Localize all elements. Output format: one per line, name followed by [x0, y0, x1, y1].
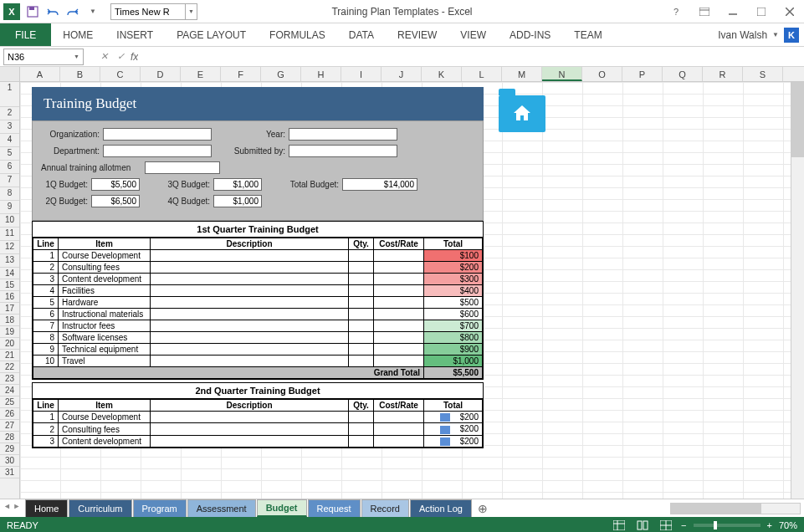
fx-icon[interactable]: fx: [131, 51, 138, 63]
table-row[interactable]: 2Consulting fees$200: [33, 262, 483, 274]
row-header-28[interactable]: 28: [0, 432, 19, 443]
row-header-11[interactable]: 11: [0, 228, 19, 241]
horizontal-scrollbar[interactable]: [670, 499, 804, 517]
row-header-18[interactable]: 18: [0, 315, 19, 326]
row-header-10[interactable]: 10: [0, 214, 19, 228]
sheet-canvas[interactable]: Training Budget Organization: Year: Depa…: [20, 82, 804, 499]
column-header-Q[interactable]: Q: [663, 67, 703, 81]
row-header-5[interactable]: 5: [0, 147, 19, 161]
row-header-16[interactable]: 16: [0, 291, 19, 303]
table-row[interactable]: 2Consulting fees$200: [33, 423, 483, 435]
help-icon[interactable]: ?: [665, 3, 687, 20]
undo-icon[interactable]: [44, 3, 62, 21]
row-header-19[interactable]: 19: [0, 326, 19, 338]
close-icon[interactable]: [779, 3, 801, 20]
user-avatar[interactable]: K: [784, 28, 799, 43]
home-folder-icon[interactable]: [499, 89, 545, 132]
row-header-20[interactable]: 20: [0, 338, 19, 350]
ribbon-tab-add-ins[interactable]: ADD-INS: [498, 23, 562, 46]
q3-input[interactable]: [213, 178, 262, 191]
row-header-15[interactable]: 15: [0, 279, 19, 291]
normal-view-icon[interactable]: [611, 519, 627, 532]
row-header-21[interactable]: 21: [0, 350, 19, 361]
row-header-30[interactable]: 30: [0, 455, 19, 467]
column-header-K[interactable]: K: [422, 67, 462, 81]
zoom-level[interactable]: 70%: [779, 520, 797, 530]
row-header-27[interactable]: 27: [0, 420, 19, 432]
minimize-icon[interactable]: [722, 3, 744, 20]
zoom-out-icon[interactable]: −: [681, 520, 686, 530]
ribbon-tab-home[interactable]: HOME: [51, 23, 105, 46]
organization-input[interactable]: [103, 128, 212, 141]
row-header-8[interactable]: 8: [0, 187, 19, 201]
column-header-J[interactable]: J: [382, 67, 422, 81]
zoom-in-icon[interactable]: +: [767, 520, 772, 530]
redo-icon[interactable]: [64, 3, 82, 21]
total-budget-input[interactable]: [342, 178, 417, 191]
column-header-L[interactable]: L: [462, 67, 502, 81]
row-header-22[interactable]: 22: [0, 361, 19, 373]
department-input[interactable]: [103, 145, 212, 157]
file-tab[interactable]: FILE: [0, 23, 51, 46]
row-header-7[interactable]: 7: [0, 174, 19, 187]
sheet-tab-assessment[interactable]: Assessment: [187, 499, 256, 517]
ribbon-display-icon[interactable]: [694, 3, 715, 20]
sheet-nav[interactable]: ◄ ►: [3, 502, 20, 510]
row-header-17[interactable]: 17: [0, 303, 19, 315]
q2-input[interactable]: [91, 195, 140, 207]
font-dropdown-icon[interactable]: ▼: [186, 3, 197, 20]
column-header-I[interactable]: I: [341, 67, 382, 81]
table-row[interactable]: 1Course Development$200: [33, 412, 483, 423]
column-header-B[interactable]: B: [60, 67, 100, 81]
row-header-29[interactable]: 29: [0, 443, 19, 455]
column-header-M[interactable]: M: [502, 67, 542, 81]
row-header-24[interactable]: 24: [0, 385, 19, 396]
ribbon-tab-insert[interactable]: INSERT: [105, 23, 165, 46]
vertical-scrollbar[interactable]: [791, 82, 804, 499]
user-name[interactable]: Ivan Walsh: [718, 29, 767, 41]
cancel-formula-icon[interactable]: ✕: [95, 49, 112, 65]
table-row[interactable]: 7Instructor fees$700: [33, 320, 483, 332]
row-header-25[interactable]: 25: [0, 396, 19, 408]
row-header-2[interactable]: 2: [0, 107, 19, 120]
worksheet-grid[interactable]: 1234567891011121314151617181920212223242…: [0, 82, 804, 499]
table-row[interactable]: 3Content development$300: [33, 274, 483, 285]
table-row[interactable]: 10Travel$1,000: [33, 356, 483, 367]
ribbon-tab-page-layout[interactable]: PAGE LAYOUT: [165, 23, 258, 46]
user-dropdown-icon[interactable]: ▼: [772, 31, 779, 38]
page-layout-view-icon[interactable]: [634, 519, 651, 532]
column-header-E[interactable]: E: [181, 67, 221, 81]
formula-input[interactable]: [138, 49, 804, 65]
sheet-tab-program[interactable]: Program: [133, 499, 187, 517]
ribbon-tab-review[interactable]: REVIEW: [386, 23, 448, 46]
q4-input[interactable]: [213, 195, 262, 207]
ribbon-tab-view[interactable]: VIEW: [448, 23, 498, 46]
column-header-H[interactable]: H: [301, 67, 341, 81]
column-header-N[interactable]: N: [542, 67, 582, 81]
column-header-A[interactable]: A: [20, 67, 60, 81]
column-header-S[interactable]: S: [743, 67, 783, 81]
row-header-4[interactable]: 4: [0, 134, 19, 147]
column-header-R[interactable]: R: [703, 67, 743, 81]
maximize-icon[interactable]: [750, 3, 772, 20]
font-selector[interactable]: ▼: [110, 3, 197, 20]
row-header-14[interactable]: 14: [0, 268, 19, 279]
horizontal-scroll-thumb[interactable]: [671, 504, 761, 514]
qat-customize-icon[interactable]: ▼: [84, 3, 102, 21]
ribbon-tab-team[interactable]: TEAM: [562, 23, 613, 46]
submitted-input[interactable]: [289, 145, 397, 157]
row-header-3[interactable]: 3: [0, 120, 19, 134]
row-header-12[interactable]: 12: [0, 241, 19, 254]
ribbon-tab-data[interactable]: DATA: [337, 23, 386, 46]
column-header-C[interactable]: C: [100, 67, 141, 81]
table-row[interactable]: 3Content development$200: [33, 435, 483, 447]
table-row[interactable]: 1Course Development$100: [33, 250, 483, 262]
row-header-6[interactable]: 6: [0, 161, 19, 174]
name-box[interactable]: N36 ▼: [3, 49, 84, 65]
sheet-tab-curriculum[interactable]: Curriculum: [69, 499, 131, 517]
sheet-tab-record[interactable]: Record: [361, 499, 409, 517]
font-name-input[interactable]: [110, 3, 186, 20]
q1-input[interactable]: [91, 178, 140, 191]
row-header-9[interactable]: 9: [0, 201, 19, 214]
column-header-G[interactable]: G: [261, 67, 301, 81]
